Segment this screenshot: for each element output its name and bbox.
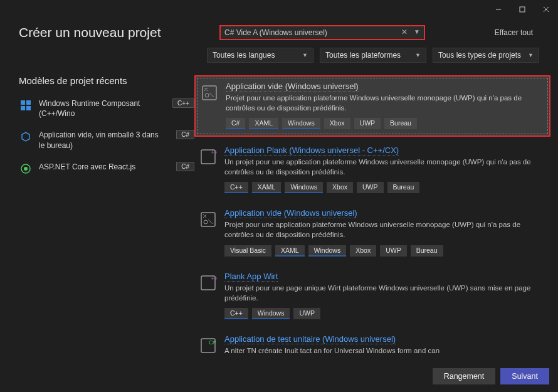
tag: XAML <box>252 182 282 193</box>
recent-item-name: ASP.NET Core avec React.js <box>39 162 170 172</box>
svg-marker-5 <box>22 132 29 141</box>
svg-rect-2 <box>26 100 31 105</box>
template-icon <box>199 83 219 103</box>
template-description: Projet pour une application plateforme W… <box>226 93 545 113</box>
tag: Bureau <box>387 182 420 193</box>
tag: Xbox <box>327 182 353 193</box>
tag: Xbox <box>350 245 376 257</box>
recent-item-name: Windows Runtime Composant (C++/Wino <box>39 98 166 119</box>
template-description: A niter TN crénate Inuit tact an for Uni… <box>224 346 547 356</box>
template-icon <box>19 162 33 176</box>
tag: UWP <box>380 245 407 257</box>
maximize-button[interactable] <box>510 1 534 18</box>
chevron-down-icon: ▼ <box>528 52 534 58</box>
tag: Bureau <box>384 118 417 129</box>
tag: Visual Basic <box>224 245 271 257</box>
template-list[interactable]: Application vide (Windows universel) Pro… <box>194 75 558 364</box>
tag: C++ <box>224 308 248 319</box>
template-title: Application vide (Windows universel) <box>226 82 359 92</box>
platform-filter-label: Toutes les plateformes <box>325 51 401 60</box>
language-filter-label: Toutes les langues <box>213 51 275 60</box>
tag: Windows <box>252 308 290 319</box>
tag: Windows <box>282 118 320 129</box>
template-description: Un projet pour une application plateform… <box>224 157 547 177</box>
type-filter[interactable]: Tous les types de projets▼ <box>433 48 539 63</box>
svg-point-7 <box>24 167 28 171</box>
template-item[interactable]: Application vide (Windows universel) Pro… <box>194 203 550 262</box>
language-filter[interactable]: Toutes les langues▼ <box>207 48 313 63</box>
recent-templates-heading: Modèles de projet récents <box>19 75 194 86</box>
minimize-button[interactable] <box>487 1 510 18</box>
tag: UWP <box>354 118 381 129</box>
clear-search-icon[interactable]: ✕ <box>401 28 408 36</box>
tag: UWP <box>357 182 384 193</box>
search-input[interactable] <box>219 25 425 40</box>
page-title: Créer un nouveau projet <box>19 25 201 40</box>
language-tag: C# <box>176 130 194 139</box>
tag: C# <box>226 118 245 129</box>
template-icon <box>198 209 218 230</box>
minimize-icon <box>495 6 502 13</box>
chevron-down-icon: ▼ <box>415 52 421 58</box>
svg-point-13 <box>204 220 208 224</box>
tag: XAML <box>249 118 278 129</box>
recent-item-name: Application vide, vin emballé 3 dans le … <box>39 130 170 150</box>
chevron-down-icon: ▼ <box>302 52 308 58</box>
svg-point-9 <box>205 93 209 97</box>
chevron-down-icon[interactable]: ▼ <box>414 28 420 35</box>
tag: UWP <box>293 308 320 319</box>
type-filter-label: Tous les types de projets <box>438 51 521 60</box>
svg-text:++: ++ <box>211 275 217 282</box>
tag: C++ <box>224 182 248 193</box>
tag: Bureau <box>411 245 443 257</box>
template-title: Application vide (Windows universel) <box>224 208 357 218</box>
template-description: Un projet pour une page unique Wirt plat… <box>224 283 547 303</box>
recent-item[interactable]: Application vide, vin emballé 3 dans le … <box>19 126 194 157</box>
template-title: Application de test unitaire (Windows un… <box>224 334 396 344</box>
svg-rect-4 <box>26 106 31 110</box>
back-button[interactable]: Rangement <box>433 368 496 384</box>
svg-rect-3 <box>21 106 25 110</box>
template-icon: ++ <box>198 273 218 293</box>
recent-item[interactable]: ASP.NET Core avec React.js C# <box>19 158 194 183</box>
close-icon <box>543 6 549 13</box>
svg-rect-0 <box>520 7 525 12</box>
template-description: Projet pour une application plateforme W… <box>224 220 547 240</box>
language-tag: C# <box>176 162 194 171</box>
template-icon <box>19 98 33 112</box>
language-tag: C++ <box>172 98 194 108</box>
tag: XAML <box>275 245 305 257</box>
template-icon: ++ <box>198 147 218 167</box>
svg-rect-1 <box>21 100 25 105</box>
template-item[interactable]: C# Application de test unitaire (Windows… <box>194 329 550 364</box>
template-item[interactable]: ++ Application Plank (Windows universel … <box>194 140 550 199</box>
template-title: Plank App Wirt <box>224 272 278 282</box>
tag: Xbox <box>324 118 350 129</box>
svg-text:C#: C# <box>209 339 216 346</box>
template-item[interactable]: ++ Plank App Wirt Un projet pour une pag… <box>194 267 550 326</box>
maximize-icon <box>519 6 525 13</box>
template-item[interactable]: Application vide (Windows universel) Pro… <box>194 75 550 137</box>
tag: Windows <box>285 182 323 193</box>
platform-filter[interactable]: Toutes les plateformes▼ <box>320 48 426 63</box>
clear-all-link[interactable]: Effacer tout <box>495 28 539 37</box>
svg-text:++: ++ <box>211 149 217 156</box>
template-icon <box>19 130 33 144</box>
next-button[interactable]: Suivant <box>500 368 549 384</box>
template-title: Application Plank (Windows universel - C… <box>224 146 399 156</box>
tag: Windows <box>308 245 347 257</box>
template-icon: C# <box>198 336 218 356</box>
recent-item[interactable]: Windows Runtime Composant (C++/Wino C++ <box>19 95 194 126</box>
close-button[interactable] <box>534 1 558 18</box>
